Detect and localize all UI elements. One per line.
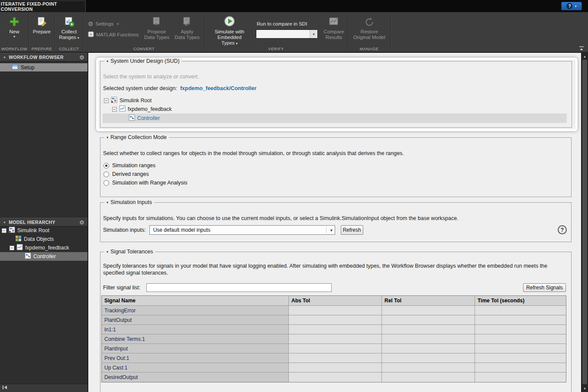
abs-tol-cell[interactable] xyxy=(289,325,382,334)
table-row[interactable]: In1:1 xyxy=(102,325,566,334)
help-button[interactable]: ? ▾ xyxy=(561,2,582,10)
section-help-button[interactable]: ? xyxy=(558,225,567,234)
radio-button-icon[interactable] xyxy=(103,180,109,186)
vertical-scrollbar[interactable]: ▲ ▼ xyxy=(581,53,588,392)
scrollbar-thumb[interactable] xyxy=(582,60,587,384)
scroll-up-arrow[interactable]: ▲ xyxy=(582,53,588,59)
time-tol-cell[interactable] xyxy=(475,315,566,325)
simulink-root-icon xyxy=(9,227,15,234)
matlab-functions-button[interactable]: fx MATLAB Functions xyxy=(88,31,139,38)
radio-simulation-range-analysis[interactable]: Simulation with Range Analysis xyxy=(103,180,187,186)
rel-tol-cell[interactable] xyxy=(382,373,475,382)
scroll-down-arrow[interactable]: ▼ xyxy=(582,386,588,392)
propose-data-types-button[interactable]: Propose Data Types xyxy=(143,15,171,40)
time-tol-cell[interactable] xyxy=(475,344,566,353)
new-button[interactable]: New ▾ xyxy=(0,15,29,39)
abs-tol-cell[interactable] xyxy=(289,315,382,325)
apply-data-types-button[interactable]: Apply Data Types xyxy=(173,15,201,40)
prepare-button[interactable]: Prepare xyxy=(29,15,55,35)
collapse-expander-icon[interactable]: − xyxy=(112,107,117,112)
radio-derived-ranges[interactable]: Derived ranges xyxy=(103,171,149,177)
time-tol-cell[interactable] xyxy=(475,325,566,334)
collapse-toolstrip-icon[interactable] xyxy=(579,46,585,51)
sud-section-legend[interactable]: ▾ System Under Design (SUD) xyxy=(104,58,182,64)
settings-button[interactable]: ⚙ Settings ▾ xyxy=(88,21,119,27)
chevron-down-icon: ▾ xyxy=(13,35,15,39)
tree-item-label: Controller xyxy=(33,253,56,259)
rel-tol-cell[interactable] xyxy=(382,344,475,353)
time-tol-cell[interactable] xyxy=(475,334,566,344)
sud-tree-item-fxpdemo-feedback[interactable]: − fxpdemo_feedback xyxy=(103,105,567,113)
radio-button-icon[interactable] xyxy=(103,163,109,168)
tree-item-label: Data Objects xyxy=(24,236,54,242)
restore-original-model-button[interactable]: Restore Original Model xyxy=(349,15,389,40)
abs-tol-cell[interactable] xyxy=(289,306,382,315)
rel-tol-cell[interactable] xyxy=(382,315,475,325)
compare-results-label-1: Compare xyxy=(323,29,344,35)
collapse-expander-icon[interactable]: − xyxy=(10,246,14,250)
sud-tree-item-controller[interactable]: Controller xyxy=(103,113,567,123)
gear-icon[interactable]: ⚙ xyxy=(79,55,84,60)
collapse-expander-icon[interactable]: − xyxy=(104,98,109,103)
sud-tree-item-simulink-root[interactable]: − Simulink Root xyxy=(103,96,567,105)
range-collection-legend[interactable]: ▾ Range Collection Mode xyxy=(104,134,169,140)
table-row[interactable]: PlantOutput xyxy=(102,315,566,325)
radio-simulation-ranges[interactable]: Simulation ranges xyxy=(103,162,155,168)
sdi-run-select[interactable]: ▾ xyxy=(256,29,318,39)
time-tol-cell[interactable] xyxy=(475,363,566,373)
propose-data-types-icon xyxy=(151,15,162,27)
workflow-browser-title: WORKFLOW BROWSER xyxy=(9,55,64,60)
signal-name-cell: In1:1 xyxy=(102,325,289,334)
chevron-down-icon: ▾ xyxy=(575,4,576,8)
rel-tol-cell[interactable] xyxy=(382,325,475,334)
table-row[interactable]: Prev Out:1 xyxy=(102,353,566,363)
workflow-step-setup[interactable]: Setup xyxy=(0,63,87,71)
simulate-embedded-button[interactable]: Simulate with Embedded Types▾ xyxy=(210,15,249,46)
signal-tolerances-legend[interactable]: ▾ Signal Tolerances xyxy=(104,249,155,255)
filter-signal-input[interactable] xyxy=(146,283,332,292)
abs-tol-cell[interactable] xyxy=(289,353,382,363)
collapse-icon: ▾ xyxy=(107,59,108,63)
rel-tol-cell[interactable] xyxy=(382,353,475,363)
model-hierarchy-header[interactable]: ▼ MODEL HIERARCHY ⚙ xyxy=(0,218,87,227)
workflow-browser-header[interactable]: ▼ WORKFLOW BROWSER ⚙ xyxy=(0,53,87,62)
table-row[interactable]: Combine Terms:1 xyxy=(102,334,566,344)
compare-results-button[interactable]: Compare Results xyxy=(320,15,348,40)
time-tol-cell[interactable] xyxy=(475,306,566,315)
collapse-icon: ▾ xyxy=(107,136,108,139)
apply-data-types-label-1: Apply xyxy=(181,29,194,35)
simulation-inputs-legend[interactable]: ▾ Simulation Inputs xyxy=(104,199,154,205)
simulation-inputs-select[interactable]: Use default model inputs ▾ xyxy=(149,225,335,235)
abs-tol-cell[interactable] xyxy=(289,334,382,344)
abs-tol-cell[interactable] xyxy=(289,344,382,353)
abs-tol-cell[interactable] xyxy=(289,363,382,373)
sdi-run-label: Run to compare in SDI xyxy=(257,21,307,26)
gear-icon[interactable]: ⚙ xyxy=(79,220,84,225)
tree-item-simulink-root[interactable]: − Simulink Root xyxy=(0,226,87,235)
toolstrip: New ▾ WORKFLOW Prepare PR xyxy=(0,12,588,52)
rel-tol-cell[interactable] xyxy=(382,363,475,373)
refresh-signals-button[interactable]: Refresh Signals xyxy=(523,283,566,292)
table-row[interactable]: DesiredOutput xyxy=(102,373,566,382)
abs-tol-cell[interactable] xyxy=(289,373,382,382)
collect-ranges-button[interactable]: Collect Ranges▾ xyxy=(55,15,83,41)
table-row[interactable]: PlantInput xyxy=(102,344,566,353)
signal-name-cell: PlantInput xyxy=(102,344,289,353)
tree-item-data-objects[interactable]: Data Objects xyxy=(0,235,87,243)
table-row[interactable]: Up Cast:1 xyxy=(102,363,566,373)
tree-item-controller[interactable]: Controller xyxy=(0,252,87,261)
refresh-button[interactable]: Refresh xyxy=(341,225,363,235)
tree-item-fxpdemo-feedback[interactable]: − fxpdemo_feedback xyxy=(0,243,87,252)
time-tol-cell[interactable] xyxy=(475,353,566,363)
collapse-panel-icon[interactable] xyxy=(2,385,8,391)
rel-tol-cell[interactable] xyxy=(382,334,475,344)
time-tol-cell[interactable] xyxy=(475,373,566,382)
help-icon: ? xyxy=(566,3,572,9)
rel-tol-cell[interactable] xyxy=(382,306,475,315)
chevron-down-icon: ▾ xyxy=(236,42,238,45)
radio-button-icon[interactable] xyxy=(103,172,109,177)
collapse-expander-icon[interactable]: − xyxy=(2,228,6,233)
table-row[interactable]: TrackingError xyxy=(102,306,566,315)
toolbar-group-prepare: Prepare PREPARE xyxy=(29,12,55,52)
app-tab-title[interactable]: ITERATIVE FIXED-POINT CONVERSION xyxy=(0,0,86,12)
